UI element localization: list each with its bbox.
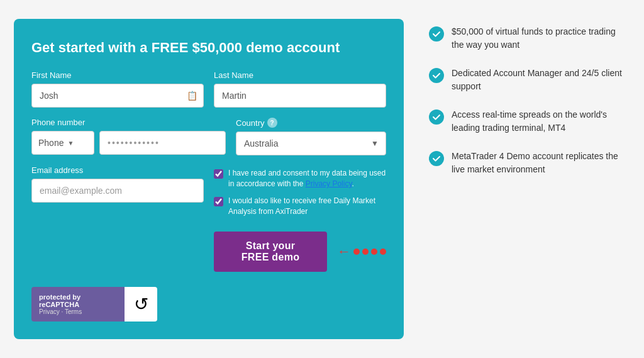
phone-label: Phone number [31,118,226,127]
consent1-row: I have read and consent to my data being… [214,168,386,189]
phone-country-row: Phone number Phone ▼ Country ? Australia [31,118,386,155]
check-circle-1 [429,68,444,83]
arrow-left-icon: ← [337,243,351,260]
phone-row: Phone ▼ [31,131,226,155]
recaptcha-text-area: protected by reCAPTCHA Privacy · Terms [31,287,125,322]
phone-chevron-icon: ▼ [67,140,74,147]
submit-button[interactable]: Start your FREE demo [214,232,327,272]
country-label: Country ? [236,118,386,128]
check-circle-0 [429,26,444,42]
benefit-text-3: MetaTrader 4 Demo account replicates the… [452,150,630,176]
first-name-input-wrapper: 📋 [31,84,204,108]
dot2 [362,249,369,255]
recaptcha-privacy-link[interactable]: Privacy [39,308,60,315]
benefits-list: $50,000 of virtual funds to practice tra… [429,19,630,176]
first-name-input[interactable] [31,84,204,108]
consent2-label: I would also like to receive free Daily … [228,196,386,217]
consent1-checkbox[interactable] [214,169,223,179]
country-help-icon[interactable]: ? [267,118,277,128]
recaptcha-bar: protected by reCAPTCHA Privacy · Terms ↺ [31,287,157,322]
dot4 [380,249,386,255]
first-name-group: First Name 📋 [31,70,204,108]
last-name-group: Last Name [214,70,386,108]
benefit-item-3: MetaTrader 4 Demo account replicates the… [429,150,630,176]
consent2-row: I would also like to receive free Daily … [214,196,386,217]
country-select-wrapper: Australia United States United Kingdom C… [236,131,386,155]
dot3 [371,249,377,255]
phone-code-label: Phone [38,138,64,148]
contact-icon: 📋 [187,91,197,101]
benefit-text-1: Dedicated Account Manager and 24/5 clien… [452,67,630,93]
last-name-input[interactable] [214,84,386,108]
benefit-item-0: $50,000 of virtual funds to practice tra… [429,25,630,52]
phone-group: Phone number Phone ▼ [31,118,226,155]
consent1-label: I have read and consent to my data being… [228,168,386,189]
recaptcha-title: protected by reCAPTCHA [39,293,117,308]
recaptcha-links: Privacy · Terms [39,308,117,315]
page-wrapper: Get started with a FREE $50,000 demo acc… [14,19,630,340]
benefit-text-0: $50,000 of virtual funds to practice tra… [452,25,630,52]
privacy-policy-link[interactable]: Privacy Policy [306,179,352,188]
check-circle-3 [429,151,444,166]
last-name-label: Last Name [214,70,386,80]
email-group: Email address [31,165,204,272]
consent2-checkbox[interactable] [214,197,223,206]
form-title: Get started with a FREE $50,000 demo acc… [31,39,386,57]
consent-group: I have read and consent to my data being… [214,168,386,272]
first-name-label: First Name [31,70,204,80]
recaptcha-logo: ↺ [125,287,157,322]
check-circle-2 [429,109,444,125]
dot1 [353,249,360,255]
benefit-item-1: Dedicated Account Manager and 24/5 clien… [429,67,630,93]
benefit-item-2: Access real-time spreads on the world's … [429,108,630,135]
email-consent-row: Email address I have read and consent to… [31,165,386,272]
email-input[interactable] [31,179,204,203]
phone-number-input[interactable] [99,131,226,155]
arrow-dots-group: ← [337,243,386,260]
country-group: Country ? Australia United States United… [236,118,386,155]
recaptcha-logo-icon: ↺ [134,294,148,315]
name-row: First Name 📋 Last Name [31,70,386,108]
form-card: Get started with a FREE $50,000 demo acc… [14,19,404,340]
phone-code-dropdown[interactable]: Phone ▼ [31,131,94,155]
country-select[interactable]: Australia United States United Kingdom C… [236,131,386,155]
benefit-text-2: Access real-time spreads on the world's … [452,108,630,135]
email-label: Email address [31,165,204,175]
submit-row: Start your FREE demo ← [214,232,386,272]
recaptcha-terms-link[interactable]: Terms [65,308,82,315]
